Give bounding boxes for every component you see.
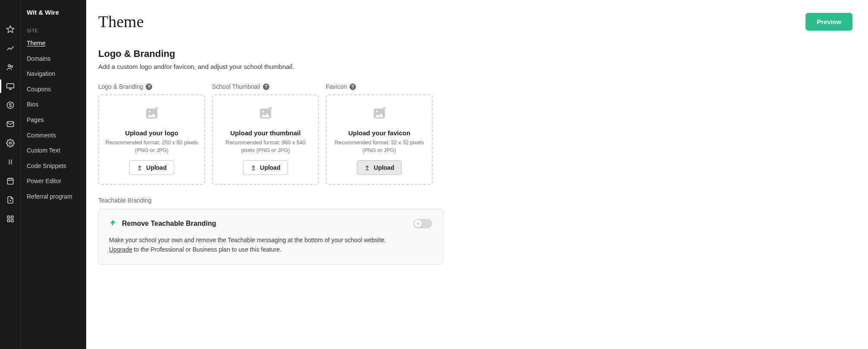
panel-header-row: Remove Teachable Branding <box>109 219 432 228</box>
svg-rect-20 <box>11 216 13 218</box>
favicon-upload-card[interactable]: Upload your favicon Recommended format: … <box>326 94 433 185</box>
upload-cards-row: Logo & Branding ? Upload your logo Recom… <box>98 83 856 185</box>
page-title: Theme <box>98 12 144 31</box>
logo-upload-button-label: Upload <box>146 164 166 171</box>
upgrade-link[interactable]: Upgrade <box>109 246 132 253</box>
upload-icon <box>364 165 370 171</box>
panel-desc-line1: Make your school your own and remove the… <box>109 237 386 243</box>
star-icon[interactable] <box>5 24 16 34</box>
sidebar-item-bios[interactable]: Bios <box>21 97 86 112</box>
calendar-icon[interactable] <box>5 176 16 186</box>
page-header: Theme Preview <box>98 12 856 31</box>
teachable-branding-panel: Remove Teachable Branding ✕ Make your sc… <box>98 209 443 265</box>
thumbnail-upload-button-label: Upload <box>260 164 280 171</box>
icon-rail <box>0 0 21 349</box>
svg-rect-13 <box>7 178 13 184</box>
thumbnail-upload-title: Upload your thumbnail <box>230 129 300 137</box>
sidebar-item-pages[interactable]: Pages <box>21 112 86 128</box>
settings-icon[interactable] <box>5 138 16 148</box>
sidebar-item-custom-text[interactable]: Custom Text <box>21 143 86 159</box>
field-label-favicon: Favicon ? <box>326 83 433 90</box>
image-placeholder-icon <box>144 107 159 123</box>
toggle-knob: ✕ <box>414 220 422 227</box>
help-icon[interactable]: ? <box>350 84 356 90</box>
svg-point-2 <box>11 65 12 67</box>
help-icon[interactable]: ? <box>263 84 269 90</box>
field-label-thumbnail: School Thumbnail ? <box>212 83 319 90</box>
sidebar-item-navigation[interactable]: Navigation <box>21 66 86 82</box>
section-subtext: Add a custom logo and/or favicon, and ad… <box>98 63 856 70</box>
favicon-upload-button-label: Upload <box>374 164 394 171</box>
email-icon[interactable] <box>5 119 16 129</box>
sidebar-item-theme[interactable]: Theme <box>21 36 86 51</box>
sidebar-section-label: SITE <box>21 19 86 36</box>
favicon-upload-button[interactable]: Upload <box>357 160 401 175</box>
brand-name: Wit & Wire <box>21 0 86 19</box>
image-placeholder-icon <box>372 107 387 123</box>
sales-icon[interactable] <box>5 100 16 110</box>
teachable-branding-label: Teachable Branding <box>98 197 856 204</box>
thumbnail-upload-button[interactable]: Upload <box>243 160 287 175</box>
sidebar-item-code-snippets[interactable]: Code Snippets <box>21 159 86 174</box>
sidebar-items: Theme Domains Navigation Coupons Bios Pa… <box>21 36 86 205</box>
field-label-favicon-text: Favicon <box>326 83 347 90</box>
users-icon[interactable] <box>5 62 16 72</box>
document-icon[interactable] <box>5 195 16 205</box>
sidebar: Wit & Wire SITE Theme Domains Navigation… <box>0 0 86 349</box>
sidebar-nav: Wit & Wire SITE Theme Domains Navigation… <box>21 0 86 349</box>
logo-upload-hint: Recommended format: 250 x 60 pixels (PNG… <box>105 139 198 154</box>
logo-upload-button[interactable]: Upload <box>129 160 174 175</box>
sidebar-item-referral-program[interactable]: Referral program <box>21 189 86 205</box>
panel-title: Remove Teachable Branding <box>122 220 216 227</box>
panel-desc-line2-rest: to the Professional or Business plan to … <box>132 246 281 253</box>
preview-button[interactable]: Preview <box>806 13 852 31</box>
sidebar-item-comments[interactable]: Comments <box>21 128 86 143</box>
svg-rect-19 <box>7 216 9 218</box>
upload-icon <box>250 165 256 171</box>
thumbnail-upload-hint: Recommended format: 960 x 540 pixels (PN… <box>219 139 312 154</box>
logo-card-column: Logo & Branding ? Upload your logo Recom… <box>98 83 205 185</box>
svg-point-1 <box>8 65 10 67</box>
image-placeholder-icon <box>258 107 273 123</box>
analytics-icon[interactable] <box>5 43 16 53</box>
help-icon[interactable]: ? <box>146 84 152 90</box>
logo-upload-card[interactable]: Upload your logo Recommended format: 250… <box>98 94 205 185</box>
svg-point-10 <box>9 142 11 144</box>
thumbnail-upload-card[interactable]: Upload your thumbnail Recommended format… <box>212 94 319 185</box>
apps-icon[interactable] <box>5 214 16 224</box>
main-content: Theme Preview Logo & Branding Add a cust… <box>86 0 868 349</box>
logo-upload-title: Upload your logo <box>125 129 178 137</box>
upload-icon <box>137 165 143 171</box>
svg-marker-0 <box>6 26 14 33</box>
field-label-logo-text: Logo & Branding <box>98 83 143 90</box>
sidebar-item-domains[interactable]: Domains <box>21 51 86 67</box>
svg-rect-3 <box>6 84 14 88</box>
thumbnail-card-column: School Thumbnail ? Upload your thumbnail… <box>212 83 319 185</box>
field-label-logo: Logo & Branding ? <box>98 83 205 90</box>
bolt-icon <box>109 219 117 228</box>
favicon-upload-title: Upload your favicon <box>348 129 410 137</box>
pause-icon[interactable] <box>5 157 16 167</box>
remove-branding-toggle[interactable]: ✕ <box>413 219 432 228</box>
favicon-card-column: Favicon ? Upload your favicon Recommende… <box>326 83 433 185</box>
field-label-thumbnail-text: School Thumbnail <box>212 83 260 90</box>
panel-description: Make your school your own and remove the… <box>109 235 432 255</box>
svg-rect-22 <box>11 220 13 222</box>
svg-rect-21 <box>7 220 9 222</box>
site-icon[interactable] <box>5 81 16 91</box>
section-heading-logo-branding: Logo & Branding <box>98 48 856 59</box>
favicon-upload-hint: Recommended format: 32 x 32 pixels (PNG … <box>333 139 426 154</box>
sidebar-item-power-editor[interactable]: Power Editor <box>21 174 86 189</box>
sidebar-item-coupons[interactable]: Coupons <box>21 82 86 97</box>
